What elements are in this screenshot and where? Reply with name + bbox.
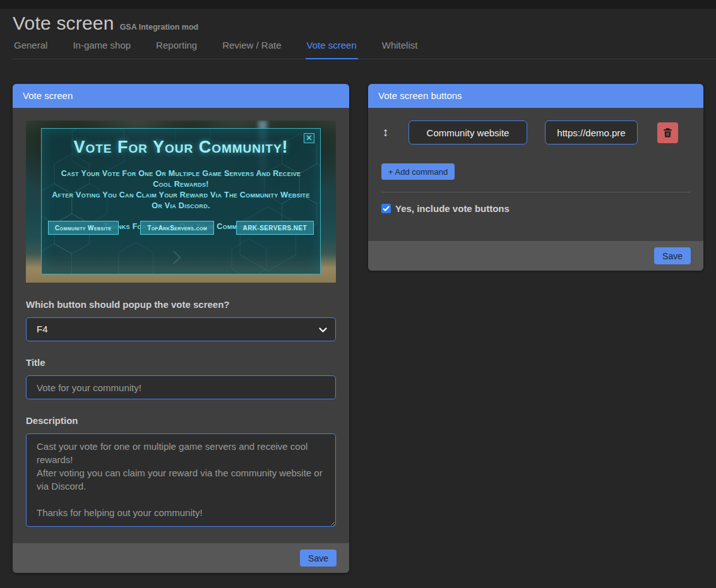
title-label: Title bbox=[26, 357, 336, 368]
popup-key-select-value: F4 bbox=[37, 324, 48, 334]
popup-line2: After Voting You Can Claim Your Reward V… bbox=[52, 191, 309, 210]
vote-screen-card-body: ✕ Vote For Your Community! Cast Your Vot… bbox=[13, 108, 349, 543]
popup-button-row: Community Website TopArkServers.com ARK-… bbox=[48, 221, 314, 235]
vote-screen-preview-image: ✕ Vote For Your Community! Cast Your Vot… bbox=[26, 121, 336, 283]
save-button[interactable]: Save bbox=[300, 550, 337, 567]
page-subtitle: GSA Integration mod bbox=[120, 23, 199, 32]
vote-screen-card-footer: Save bbox=[13, 543, 349, 573]
divider bbox=[381, 192, 690, 192]
tab-vote-screen[interactable]: Vote screen bbox=[306, 40, 358, 59]
include-vote-buttons-label: Yes, include vote buttons bbox=[395, 203, 510, 214]
chevron-down-icon bbox=[319, 327, 327, 333]
popup-line1: Cast Your Vote For One Or Multiple Game … bbox=[61, 169, 301, 189]
include-vote-buttons-row[interactable]: Yes, include vote buttons bbox=[381, 203, 690, 214]
vote-screen-card: Vote screen bbox=[13, 84, 349, 573]
preview-vote-popup: ✕ Vote For Your Community! Cast Your Vot… bbox=[41, 128, 321, 274]
vote-screen-buttons-card-body: ↕ + Add command Yes, include vote button… bbox=[368, 108, 703, 241]
save-button[interactable]: Save bbox=[654, 247, 691, 264]
include-vote-buttons-checkbox[interactable] bbox=[381, 204, 391, 213]
command-url-input[interactable] bbox=[545, 121, 638, 144]
title-input[interactable] bbox=[26, 375, 336, 399]
description-textarea[interactable]: Cast your vote for one or multiple game … bbox=[26, 433, 336, 527]
vote-screen-card-header: Vote screen bbox=[13, 84, 349, 108]
vote-screen-buttons-card: Vote screen buttons ↕ + Add command Yes,… bbox=[368, 84, 703, 271]
popup-key-label: Which button should popup the vote scree… bbox=[26, 299, 336, 310]
popup-button-community-website: Community Website bbox=[48, 221, 119, 235]
tab-bar: General In-game shop Reporting Review / … bbox=[13, 40, 716, 59]
tab-review-rate[interactable]: Review / Rate bbox=[221, 40, 282, 59]
vote-screen-buttons-card-footer: Save bbox=[368, 241, 703, 271]
popup-key-select[interactable]: F4 bbox=[26, 317, 336, 341]
description-label: Description bbox=[26, 415, 336, 426]
tab-in-game-shop[interactable]: In-game shop bbox=[71, 40, 132, 59]
drag-handle-icon[interactable]: ↕ bbox=[383, 126, 391, 139]
tab-whitelist[interactable]: Whitelist bbox=[381, 40, 419, 59]
popup-button-toparkservers: TopArkServers.com bbox=[140, 221, 214, 235]
check-icon bbox=[383, 206, 390, 212]
popup-button-ark-servers: ARK-SERVERS.NET bbox=[236, 221, 314, 235]
popup-body-text: Cast Your Vote For One Or Multiple Game … bbox=[51, 168, 311, 211]
tab-reporting[interactable]: Reporting bbox=[155, 40, 198, 59]
page-title: Vote screen bbox=[13, 13, 114, 34]
window-top-strip bbox=[0, 0, 716, 9]
popup-title: Vote For Your Community! bbox=[42, 138, 320, 157]
tab-general[interactable]: General bbox=[13, 40, 49, 59]
trash-icon bbox=[663, 127, 672, 138]
add-command-button[interactable]: + Add command bbox=[381, 163, 455, 180]
vote-screen-buttons-card-header: Vote screen buttons bbox=[368, 84, 703, 108]
page-header: Vote screen GSA Integration mod bbox=[13, 13, 198, 34]
command-name-input[interactable] bbox=[409, 121, 527, 144]
water-chevron-decoration bbox=[172, 250, 181, 265]
command-row: ↕ bbox=[381, 121, 690, 144]
delete-command-button[interactable] bbox=[657, 122, 678, 143]
